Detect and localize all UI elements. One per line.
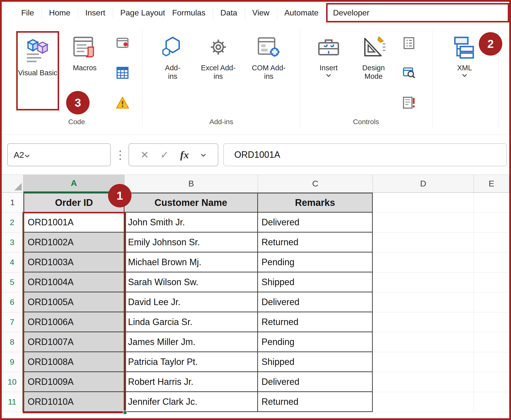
row-header-3[interactable]: 3 [2,233,23,252]
empty-cell[interactable] [373,372,474,392]
cell[interactable]: ORD1009A [23,372,125,392]
empty-cell[interactable] [373,213,474,233]
cell[interactable]: Delivered [258,213,373,233]
record-macro-button[interactable] [115,36,130,52]
tab-data[interactable]: Data [213,8,245,17]
cell[interactable]: Shipped [258,272,373,292]
cell[interactable]: Sarah Wilson Sw. [125,272,258,292]
cell[interactable]: Remarks [258,193,373,213]
cell[interactable]: Emily Johnson Sr. [125,233,258,252]
cell[interactable]: Linda Garcia Sr. [125,312,258,332]
cancel-icon[interactable]: ✕ [140,149,149,161]
fx-icon[interactable]: fx [180,149,189,161]
com-add-ins-button[interactable]: COM Add-ins [248,34,290,81]
empty-cell[interactable] [474,252,509,272]
cell[interactable]: ORD1007A [23,332,125,352]
empty-cell[interactable] [373,312,474,332]
dropdown-chevron-icon[interactable] [200,152,206,158]
row-header-8[interactable]: 8 [2,332,23,352]
excel-add-ins-button[interactable]: Excel Add-ins [198,34,239,81]
cell[interactable]: David Lee Jr. [125,292,258,312]
cell[interactable]: ORD1005A [23,292,125,312]
cell[interactable]: ORD1003A [23,252,125,272]
cell[interactable]: Returned [258,312,373,332]
insert-controls-button[interactable]: Insert [311,34,346,78]
xml-source-button[interactable]: XML [448,34,481,78]
empty-cell[interactable] [474,332,509,352]
column-header-d[interactable]: D [373,175,474,193]
tab-formulas[interactable]: Formulas [165,8,213,17]
cell[interactable]: Shipped [258,352,373,372]
cell[interactable]: ORD1006A [23,312,125,332]
empty-cell[interactable] [474,213,509,233]
cell[interactable]: Delivered [258,372,373,392]
cell[interactable]: Returned [258,233,373,252]
cell[interactable]: John Smith Jr. [125,213,258,233]
row-header-6[interactable]: 6 [2,292,23,312]
tab-file[interactable]: File [14,8,42,17]
cell[interactable]: Pending [258,252,373,272]
cell[interactable]: ORD1002A [23,233,125,252]
cell[interactable]: Customer Name [125,193,258,213]
empty-cell[interactable] [373,193,474,213]
row-header-5[interactable]: 5 [2,272,23,292]
empty-cell[interactable] [474,292,509,312]
column-header-b[interactable]: B [125,175,258,193]
row-header-1[interactable]: 1 [2,193,23,213]
tab-view[interactable]: View [245,8,277,17]
cell[interactable]: James Miller Jm. [125,332,258,352]
enter-icon[interactable]: ✓ [160,149,169,161]
empty-cell[interactable] [373,392,474,412]
tab-developer[interactable]: Developer [326,3,509,22]
select-all-button[interactable] [2,175,23,193]
empty-cell[interactable] [474,372,509,392]
tab-home[interactable]: Home [42,8,78,17]
macro-security-button[interactable] [115,95,130,111]
empty-cell[interactable] [474,193,509,213]
row-header-9[interactable]: 9 [2,352,23,372]
macros-button[interactable]: Macros [64,34,105,72]
empty-cell[interactable] [474,272,509,292]
tab-automate[interactable]: Automate [277,8,326,17]
column-header-e[interactable]: E [474,175,509,193]
row-header-11[interactable]: 11 [2,392,23,412]
fill-handle[interactable] [123,411,127,415]
run-dialog-button[interactable] [401,95,417,111]
cell[interactable]: Delivered [258,292,373,312]
cell[interactable]: Robert Harris Jr. [125,372,258,392]
empty-cell[interactable] [474,233,509,252]
cell[interactable]: Pending [258,332,373,352]
empty-cell[interactable] [373,233,474,252]
empty-cell[interactable] [474,392,509,412]
row-header-4[interactable]: 4 [2,252,23,272]
cell[interactable]: Patricia Taylor Pt. [125,352,258,372]
cell[interactable]: Michael Brown Mj. [125,252,258,272]
add-ins-button[interactable]: Add-ins [155,34,190,81]
empty-cell[interactable] [373,252,474,272]
design-mode-button[interactable]: Design Mode [354,34,393,81]
empty-cell[interactable] [373,292,474,312]
empty-cell[interactable] [474,312,509,332]
empty-cell[interactable] [373,272,474,292]
row-header-10[interactable]: 10 [2,372,23,392]
row-header-7[interactable]: 7 [2,312,23,332]
visual-basic-button[interactable]: Visual Basic [16,31,59,110]
cell[interactable]: Jennifer Clark Jc. [125,392,258,412]
cell[interactable]: ORD1004A [23,272,125,292]
tab-insert[interactable]: Insert [78,8,113,17]
name-box-chevron-icon[interactable] [24,150,30,160]
column-header-c[interactable]: C [258,175,373,193]
formula-input[interactable]: ORD1001A [223,143,507,166]
tab-page-layout[interactable]: Page Layout [113,8,165,17]
relative-references-button[interactable] [115,65,130,81]
empty-cell[interactable] [373,352,474,372]
view-code-button[interactable] [401,65,417,81]
empty-cell[interactable] [474,352,509,372]
name-box[interactable]: A2 [7,143,111,166]
properties-button[interactable] [401,36,417,52]
row-header-2[interactable]: 2 [2,213,23,233]
cell[interactable]: ORD1008A [23,352,125,372]
cell[interactable]: ORD1001A [23,213,125,233]
empty-cell[interactable] [373,332,474,352]
cell[interactable]: ORD1010A [23,392,125,412]
